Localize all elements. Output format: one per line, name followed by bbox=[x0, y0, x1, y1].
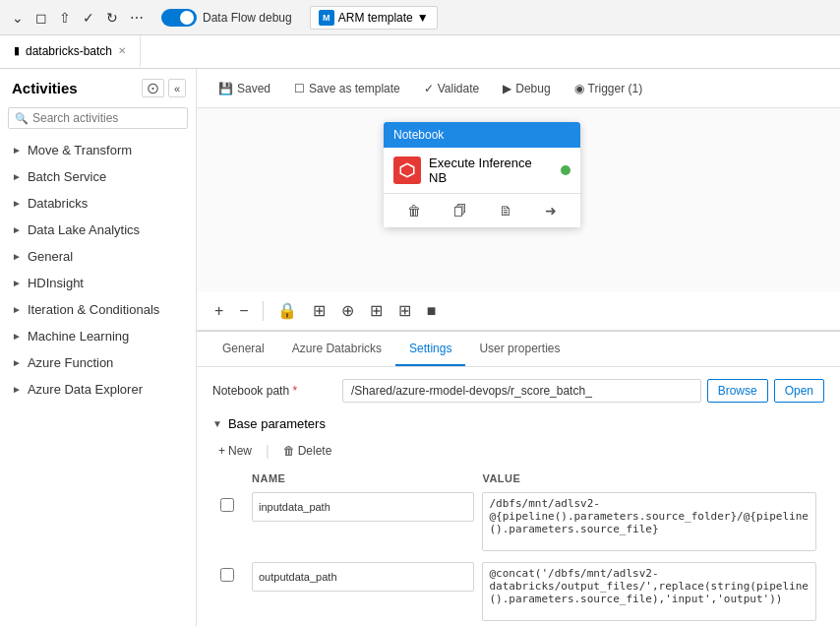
toolbar-separator-1 bbox=[263, 301, 264, 321]
sidebar-item-machine-learning[interactable]: ► Machine Learning bbox=[0, 323, 196, 349]
save-template-button[interactable]: ☐ Save as template bbox=[288, 78, 406, 99]
new-param-button[interactable]: + New bbox=[212, 441, 258, 461]
grid-btn[interactable]: ⊞ bbox=[307, 297, 331, 324]
collapse-icon[interactable]: ▼ bbox=[212, 418, 222, 429]
sidebar-item-label: Data Lake Analytics bbox=[28, 222, 140, 237]
param-checkbox-1[interactable] bbox=[220, 568, 234, 582]
tab-general[interactable]: General bbox=[209, 332, 278, 366]
required-indicator: * bbox=[292, 384, 297, 398]
check-icon[interactable]: ✓ bbox=[79, 8, 98, 28]
main-layout: Activities ⨀ « 🔍 ► Move & Transform ► Ba… bbox=[0, 69, 840, 626]
sidebar-item-azure-function[interactable]: ► Azure Function bbox=[0, 349, 196, 376]
more-btn[interactable]: ■ bbox=[421, 298, 443, 324]
arm-template-button[interactable]: M ARM template ▼ bbox=[310, 6, 438, 30]
base-params-header: ▼ Base parameters bbox=[212, 416, 824, 431]
sidebar-header: Activities ⨀ « bbox=[0, 69, 196, 103]
subtract-btn[interactable]: − bbox=[233, 298, 254, 324]
sidebar-item-label: Azure Function bbox=[28, 355, 113, 370]
chevron-icon: ► bbox=[12, 224, 22, 235]
save-template-label: Save as template bbox=[309, 82, 400, 95]
top-bar-left: ⌄ ◻ ⇧ ✓ ↻ ⋯ Data Flow debug M ARM templa… bbox=[8, 6, 438, 30]
props-content: Notebook path * Browse Open ▼ Base param… bbox=[197, 367, 840, 626]
validate-button[interactable]: ✓ Validate bbox=[418, 78, 485, 99]
sidebar-item-data-lake-analytics[interactable]: ► Data Lake Analytics bbox=[0, 217, 196, 243]
notebook-path-input[interactable] bbox=[342, 379, 701, 403]
sidebar-item-label: Move & Transform bbox=[28, 143, 132, 157]
new-label: New bbox=[228, 444, 252, 458]
select-btn[interactable]: ⊞ bbox=[364, 297, 389, 324]
debug-toggle[interactable] bbox=[161, 9, 197, 27]
debug-toggle-wrap: Data Flow debug bbox=[161, 9, 292, 27]
search-input[interactable] bbox=[32, 111, 181, 125]
arm-icon: M bbox=[319, 10, 334, 26]
plus-icon: + bbox=[218, 444, 225, 458]
debug-button[interactable]: ▶ Debug bbox=[497, 78, 556, 99]
param-value-0: /dbfs/mnt/adlsv2-@{pipeline().parameters… bbox=[482, 492, 816, 554]
sidebar-item-azure-data-explorer[interactable]: ► Azure Data Explorer bbox=[0, 376, 196, 403]
param-value-input-0[interactable]: /dbfs/mnt/adlsv2-@{pipeline().parameters… bbox=[482, 492, 816, 551]
tab-settings[interactable]: Settings bbox=[395, 332, 465, 366]
properties-panel: General Azure Databricks Settings User p… bbox=[197, 331, 840, 626]
notebook-connect-btn[interactable]: ➜ bbox=[542, 200, 560, 221]
notebook-header-label: Notebook bbox=[393, 128, 444, 142]
sidebar-item-iteration-conditionals[interactable]: ► Iteration & Conditionals bbox=[0, 296, 196, 323]
validate-label: Validate bbox=[438, 82, 479, 95]
sidebar-title: Activities bbox=[12, 80, 78, 96]
sidebar-item-label: Machine Learning bbox=[28, 329, 129, 344]
more-icon[interactable]: ⋯ bbox=[126, 8, 148, 28]
top-bar-icons: ⌄ ◻ ⇧ ✓ ↻ ⋯ bbox=[8, 8, 148, 28]
param-checkbox-0[interactable] bbox=[220, 498, 234, 512]
notebook-delete-btn[interactable]: 🗑 bbox=[404, 200, 424, 221]
tab-azure-databricks[interactable]: Azure Databricks bbox=[278, 332, 395, 366]
sidebar-item-general[interactable]: ► General bbox=[0, 243, 196, 270]
lock-btn[interactable]: 🔒 bbox=[271, 297, 303, 324]
param-value-input-1[interactable]: @concat('/dbfs/mnt/adlsv2-databricks/out… bbox=[482, 562, 816, 621]
sidebar-item-hdinsight[interactable]: ► HDInsight bbox=[0, 270, 196, 296]
refresh-icon[interactable]: ↻ bbox=[102, 8, 122, 28]
tab-pipeline-icon: ▮ bbox=[14, 44, 20, 57]
notebook-copy-btn[interactable]: 🗍 bbox=[450, 200, 470, 221]
action-bar: 💾 Saved ☐ Save as template ✓ Validate ▶ … bbox=[197, 69, 840, 108]
chevron-icon: ► bbox=[12, 171, 22, 182]
sidebar-expand-btn[interactable]: « bbox=[168, 79, 186, 97]
chevron-down-icon[interactable]: ⌄ bbox=[8, 8, 28, 28]
layout-btn[interactable]: ⊞ bbox=[392, 297, 417, 324]
saved-label: Saved bbox=[237, 82, 270, 95]
search-box: 🔍 bbox=[8, 107, 188, 129]
sidebar-item-label: Batch Service bbox=[28, 169, 106, 184]
param-name-input-1[interactable] bbox=[252, 562, 474, 592]
notebook-activity-icon bbox=[393, 156, 421, 184]
trigger-icon: ◉ bbox=[574, 82, 584, 95]
saved-button[interactable]: 💾 Saved bbox=[212, 78, 276, 99]
notebook-popup[interactable]: Notebook Execute Inference NB 🗑 🗍 🗎 ➜ bbox=[384, 122, 580, 227]
sidebar-item-batch-service[interactable]: ► Batch Service bbox=[0, 163, 196, 190]
chevron-icon: ► bbox=[12, 251, 22, 262]
top-bar: ⌄ ◻ ⇧ ✓ ↻ ⋯ Data Flow debug M ARM templa… bbox=[0, 0, 840, 35]
chevron-icon: ► bbox=[12, 198, 22, 209]
sidebar-item-databricks[interactable]: ► Databricks bbox=[0, 190, 196, 217]
browse-button[interactable]: Browse bbox=[707, 379, 768, 403]
delete-param-button[interactable]: 🗑 Delete bbox=[277, 441, 338, 461]
window-icon[interactable]: ◻ bbox=[31, 8, 51, 28]
sidebar-item-move-transform[interactable]: ► Move & Transform bbox=[0, 137, 196, 163]
zoom-btn[interactable]: ⊕ bbox=[335, 297, 360, 324]
notebook-clone-btn[interactable]: 🗎 bbox=[496, 200, 515, 221]
notebook-activity-label: Execute Inference NB bbox=[429, 156, 553, 185]
tab-databricks-batch[interactable]: ▮ databricks-batch ✕ bbox=[0, 35, 141, 68]
param-name-input-0[interactable] bbox=[252, 492, 474, 522]
tab-user-properties[interactable]: User properties bbox=[465, 332, 573, 366]
notebook-status-indicator bbox=[561, 165, 570, 175]
debug-toggle-label: Data Flow debug bbox=[203, 11, 292, 25]
tab-close-icon[interactable]: ✕ bbox=[118, 45, 126, 56]
open-button[interactable]: Open bbox=[774, 379, 824, 403]
notebook-popup-body: Execute Inference NB bbox=[384, 148, 580, 193]
saved-icon: 💾 bbox=[218, 82, 233, 95]
debug-icon: ▶ bbox=[503, 82, 511, 95]
add-btn[interactable]: + bbox=[209, 298, 229, 324]
trigger-button[interactable]: ◉ Trigger (1) bbox=[569, 78, 649, 99]
header-check bbox=[220, 472, 244, 484]
upload-icon[interactable]: ⇧ bbox=[55, 8, 75, 28]
delete-label: Delete bbox=[298, 444, 332, 458]
sidebar-collapse-btn[interactable]: ⨀ bbox=[142, 79, 164, 97]
param-row-1: @concat('/dbfs/mnt/adlsv2-databricks/out… bbox=[212, 558, 824, 626]
